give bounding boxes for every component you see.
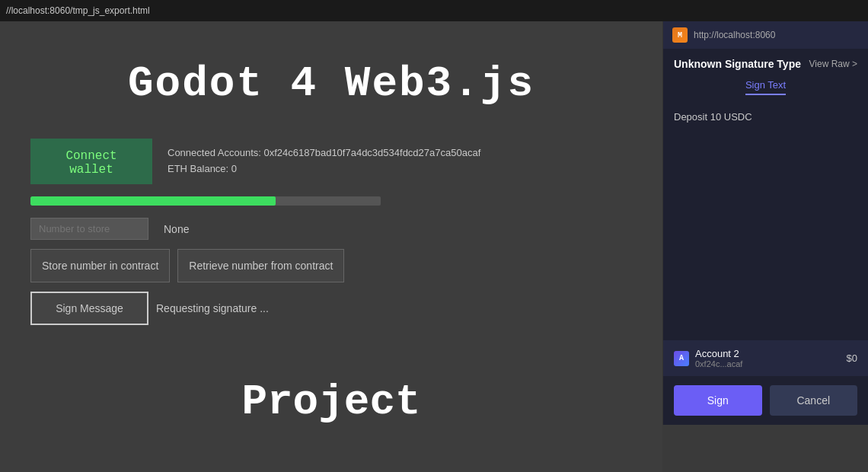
browser-tab-bar: //localhost:8060/tmp_js_export.html	[0, 0, 868, 21]
none-label: None	[164, 223, 189, 235]
popup-topbar: M http://localhost:8060	[663, 21, 868, 49]
sign-message-button[interactable]: Sign Message	[30, 292, 148, 325]
progress-bar-fill	[30, 196, 276, 206]
account-details: Account 2 0xf24c...acaf	[695, 348, 742, 368]
connected-accounts: Connected Accounts: 0xf24c6187bad10f7a4d…	[168, 145, 480, 161]
tab-url: //localhost:8060/tmp_js_export.html	[6, 5, 150, 16]
popup-message-area: Deposit 10 USDC	[663, 101, 868, 340]
connect-wallet-button[interactable]: Connect wallet	[30, 139, 152, 184]
popup-message-text: Deposit 10 USDC	[674, 111, 752, 123]
popup-cancel-button[interactable]: Cancel	[770, 385, 858, 416]
main-content: Godot 4 Web3.js Connect wallet Connected…	[0, 21, 662, 472]
connect-row: Connect wallet Connected Accounts: 0xf24…	[30, 139, 480, 184]
account-icon: A	[674, 351, 689, 366]
controls-area: Connect wallet Connected Accounts: 0xf24…	[30, 139, 632, 325]
popup-tabs: Sign Text	[663, 76, 868, 101]
popup-account-name: Account 2	[695, 348, 742, 359]
metamask-favicon-icon: M	[672, 27, 688, 43]
popup-account-row: A Account 2 0xf24c...acaf $0	[663, 340, 868, 376]
page-subtitle: Project	[0, 378, 662, 426]
store-retrieve-row: Store number in contract Retrieve number…	[30, 249, 344, 282]
tab-sign-text[interactable]: Sign Text	[745, 79, 786, 95]
popup-buttons: Sign Cancel	[663, 376, 868, 425]
popup-sig-type: Unknown Signature Type	[674, 58, 801, 70]
popup-account-balance: $0	[847, 352, 857, 364]
retrieve-number-button[interactable]: Retrieve number from contract	[177, 249, 344, 282]
popup-sign-button[interactable]: Sign	[674, 385, 762, 416]
eth-balance: ETH Balance: 0	[168, 161, 480, 177]
popup-view-raw[interactable]: View Raw >	[809, 59, 857, 69]
sign-status: Requesting signature ...	[156, 302, 269, 314]
metamask-popup: M http://localhost:8060 Unknown Signatur…	[662, 21, 868, 425]
popup-title-row: Unknown Signature Type View Raw >	[663, 49, 868, 76]
popup-account-left: A Account 2 0xf24c...acaf	[674, 348, 742, 368]
number-row: None	[30, 218, 189, 240]
popup-url: http://localhost:8060	[694, 30, 775, 40]
store-number-button[interactable]: Store number in contract	[30, 249, 170, 282]
popup-account-address: 0xf24c...acaf	[695, 359, 742, 368]
page-title: Godot 4 Web3.js	[128, 59, 535, 108]
sign-row: Sign Message Requesting signature ...	[30, 292, 269, 325]
progress-bar-container	[30, 196, 381, 206]
number-to-store-input[interactable]	[30, 218, 148, 240]
account-info: Connected Accounts: 0xf24c6187bad10f7a4d…	[168, 145, 480, 177]
